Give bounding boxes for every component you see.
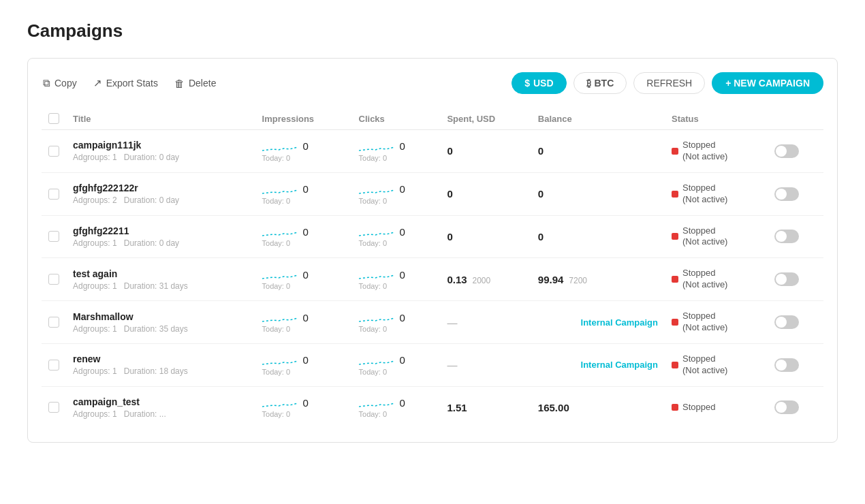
table-row: Marshmallow Adgroups: 1 Duration: 35 day… <box>42 301 823 344</box>
delete-label: Delete <box>189 78 216 89</box>
clicks-today: Today: 0 <box>359 239 388 247</box>
usd-label: USD <box>533 78 554 89</box>
status-cell: Stopped (Not active) <box>672 311 761 334</box>
spent-value: 0 <box>447 231 452 242</box>
copy-icon: ⧉ <box>43 77 50 89</box>
status-text: Stopped (Not active) <box>682 140 727 163</box>
status-dot <box>672 148 678 155</box>
row-checkbox[interactable] <box>48 231 59 242</box>
clicks-today: Today: 0 <box>359 325 388 333</box>
dollar-icon: $ <box>524 78 530 89</box>
clicks-sparkline <box>359 354 394 366</box>
table-row: campaign_test Adgroups: 1 Duration: ... … <box>42 386 823 428</box>
clicks-cell: 0 Today: 0 <box>359 225 434 247</box>
clicks-sparkline <box>359 311 394 324</box>
new-campaign-button[interactable]: + NEW CAMPAIGN <box>712 72 823 94</box>
export-stats-button[interactable]: ↗ Export Stats <box>92 74 159 92</box>
status-label: Stopped <box>682 311 727 322</box>
campaign-meta: Adgroups: 1 Duration: ... <box>73 409 249 419</box>
campaign-name: campaign_test <box>73 396 249 407</box>
impressions-value: 0 <box>303 183 309 195</box>
clicks-today: Today: 0 <box>359 197 388 205</box>
spent-value: 0.13 <box>447 274 467 285</box>
table-row: renew Adgroups: 1 Duration: 18 days 0 To… <box>42 343 823 386</box>
balance-value: 165.00 <box>538 402 569 413</box>
impressions-cell: 0 Today: 0 <box>262 183 345 205</box>
status-cell: Stopped <box>672 402 761 413</box>
impressions-sparkline <box>262 140 298 153</box>
status-label: Stopped <box>682 268 727 279</box>
clicks-sparkline <box>359 183 394 195</box>
btc-button[interactable]: ₿ BTC <box>573 72 627 94</box>
balance-value: 99.94 <box>538 274 564 285</box>
col-spent: Spent, USD <box>440 108 531 130</box>
row-checkbox[interactable] <box>48 317 59 328</box>
balance-value: 0 <box>538 231 544 242</box>
status-toggle[interactable] <box>774 144 799 158</box>
status-cell: Stopped (Not active) <box>672 225 761 249</box>
status-text: Stopped (Not active) <box>682 353 727 377</box>
status-sub: (Not active) <box>682 151 727 163</box>
campaign-name: campaign111jk <box>73 140 249 151</box>
status-cell: Stopped (Not active) <box>672 183 761 206</box>
impressions-sparkline <box>262 183 298 195</box>
row-checkbox[interactable] <box>48 189 59 200</box>
status-cell: Stopped (Not active) <box>672 140 761 163</box>
copy-button[interactable]: ⧉ Copy <box>42 74 78 92</box>
campaigns-container: ⧉ Copy ↗ Export Stats 🗑 Delete $ USD <box>27 58 838 443</box>
clicks-sparkline <box>359 396 394 409</box>
clicks-cell: 0 Today: 0 <box>359 311 434 333</box>
row-checkbox[interactable] <box>48 146 59 157</box>
export-label: Export Stats <box>106 78 158 89</box>
status-toggle[interactable] <box>774 400 799 414</box>
status-toggle[interactable] <box>774 315 799 329</box>
delete-button[interactable]: 🗑 Delete <box>173 75 217 92</box>
select-all-checkbox[interactable] <box>48 113 59 124</box>
spent-value: — <box>447 359 457 371</box>
impressions-value: 0 <box>303 140 309 152</box>
status-toggle[interactable] <box>774 230 799 243</box>
col-clicks: Clicks <box>352 108 441 130</box>
row-checkbox[interactable] <box>48 274 59 285</box>
campaign-meta: Adgroups: 1 Duration: 35 days <box>73 324 249 334</box>
table-row: test again Adgroups: 1 Duration: 31 days… <box>42 258 823 301</box>
impressions-today: Today: 0 <box>262 197 291 205</box>
impressions-today: Today: 0 <box>262 325 291 333</box>
impressions-sparkline <box>262 396 298 409</box>
status-toggle[interactable] <box>774 272 799 286</box>
impressions-value: 0 <box>303 354 309 366</box>
clicks-cell: 0 Today: 0 <box>359 268 434 290</box>
status-toggle[interactable] <box>774 358 799 372</box>
clicks-sparkline <box>359 225 394 238</box>
export-icon: ↗ <box>93 77 102 89</box>
impressions-today: Today: 0 <box>262 368 291 376</box>
toolbar: ⧉ Copy ↗ Export Stats 🗑 Delete $ USD <box>42 72 823 94</box>
impressions-cell: 0 Today: 0 <box>262 225 345 247</box>
status-label: Stopped <box>682 183 727 194</box>
refresh-button[interactable]: REFRESH <box>633 72 705 94</box>
spent-value: 1.51 <box>447 402 467 413</box>
campaign-name: gfghfg222122r <box>73 183 249 193</box>
clicks-today: Today: 0 <box>359 410 388 418</box>
copy-label: Copy <box>54 78 77 89</box>
balance-value: 0 <box>538 145 544 157</box>
campaign-name: test again <box>73 268 249 279</box>
impressions-cell: 0 Today: 0 <box>262 311 345 333</box>
spent-value: — <box>447 317 457 328</box>
status-label: Stopped <box>682 402 715 413</box>
impressions-today: Today: 0 <box>262 410 291 418</box>
status-text: Stopped (Not active) <box>682 183 727 206</box>
status-cell: Stopped (Not active) <box>672 353 761 377</box>
status-label: Stopped <box>682 225 727 237</box>
row-checkbox[interactable] <box>48 402 59 413</box>
row-checkbox[interactable] <box>48 360 59 371</box>
usd-button[interactable]: $ USD <box>512 72 566 94</box>
impressions-value: 0 <box>303 226 309 238</box>
spent-secondary: 2000 <box>472 276 490 285</box>
impressions-sparkline <box>262 268 298 281</box>
col-title: Title <box>66 108 255 130</box>
status-sub: (Not active) <box>682 322 727 334</box>
status-toggle[interactable] <box>774 187 799 201</box>
table-row: gfghfg22211 Adgroups: 1 Duration: 0 day … <box>42 215 823 258</box>
status-dot <box>672 276 678 283</box>
